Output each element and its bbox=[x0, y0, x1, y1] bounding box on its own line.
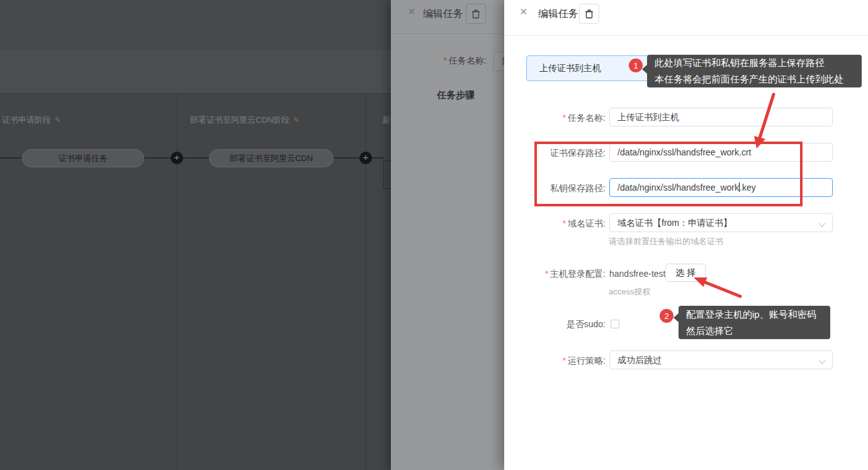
annotation-badge-1: 1 bbox=[629, 59, 643, 72]
drawer-title: 编辑任务 bbox=[423, 8, 463, 21]
close-icon[interactable]: × bbox=[520, 5, 527, 18]
tooltip-arrow bbox=[674, 313, 679, 322]
chevron-down-icon bbox=[818, 357, 825, 364]
trash-icon bbox=[585, 9, 594, 19]
domain-cert-label: *域名证书: bbox=[504, 218, 606, 230]
stage-title-text: 新阶段 bbox=[382, 115, 391, 125]
stage-title-3: 新阶段 bbox=[382, 115, 391, 126]
plus-icon: + bbox=[174, 152, 180, 162]
edit-icon[interactable]: ✎ bbox=[55, 116, 61, 125]
edit-icon[interactable]: ✎ bbox=[293, 116, 300, 125]
page-toolbar bbox=[0, 50, 391, 94]
sudo-checkbox[interactable] bbox=[611, 320, 619, 328]
add-task-button[interactable]: + bbox=[359, 152, 372, 164]
run-policy-select[interactable]: 成功后跳过 bbox=[609, 350, 833, 369]
host-login-value: handsfree-test bbox=[609, 269, 666, 279]
annotation-tooltip-1: 此处填写证书和私钥在服务器上保存路径 本任务将会把前面任务产生的证书上传到此处 bbox=[647, 55, 862, 87]
sudo-label: 是否sudo: bbox=[504, 319, 606, 330]
required-mark: * bbox=[545, 269, 548, 279]
add-task-button[interactable]: + bbox=[171, 152, 183, 164]
task-name-label: *任务名称: bbox=[391, 55, 487, 67]
domain-cert-select[interactable]: 域名证书【from：申请证书】 bbox=[609, 213, 833, 232]
page-header bbox=[0, 0, 391, 50]
divider bbox=[504, 35, 868, 36]
cert-path-label: 证书保存路径: bbox=[504, 148, 606, 159]
stage-title-1: 证书申请阶段✎ bbox=[2, 115, 61, 126]
cert-path-input[interactable]: /data/nginx/ssl/handsfree_work.crt bbox=[609, 143, 833, 162]
host-login-label: *主机登录配置: bbox=[504, 269, 606, 280]
run-policy-label: *运行策略: bbox=[504, 355, 606, 367]
task-pill-cert-request[interactable]: 证书申请任务 bbox=[22, 149, 144, 167]
task-pill-label: 部署证书至阿里云CDN bbox=[230, 153, 313, 164]
required-mark: * bbox=[563, 355, 566, 366]
plus-icon: + bbox=[363, 152, 369, 162]
pipeline-canvas: 证书申请阶段✎ 部署证书至阿里云CDN阶段✎ 新阶段 证书申请任务 + 部署证书… bbox=[0, 94, 391, 470]
trash-icon bbox=[471, 9, 480, 19]
task-name-input[interactable]: 上传证书到主机 bbox=[609, 108, 833, 126]
task-pill-deploy-cdn[interactable]: 部署证书至阿里云CDN bbox=[209, 149, 334, 167]
required-mark: * bbox=[444, 55, 447, 65]
domain-cert-helper: 请选择前置任务输出的域名证书 bbox=[609, 236, 723, 247]
task-name-label: *任务名称: bbox=[504, 113, 606, 124]
drawer-title: 编辑任务 bbox=[538, 8, 578, 21]
annotation-tooltip-2: 配置登录主机的ip、账号和密码 然后选择它 bbox=[679, 306, 830, 339]
chevron-down-icon bbox=[818, 220, 825, 227]
key-path-input[interactable]: /data/nginx/ssl/handsfree_work.key bbox=[609, 178, 833, 197]
task-pill-label: 证书申请任务 bbox=[59, 153, 108, 164]
choose-host-button[interactable]: 选 择 bbox=[665, 264, 706, 282]
stage-title-text: 部署证书至阿里云CDN阶段 bbox=[190, 115, 290, 125]
screenshot-root: 证书申请阶段✎ 部署证书至阿里云CDN阶段✎ 新阶段 证书申请任务 + 部署证书… bbox=[0, 0, 868, 470]
required-mark: * bbox=[563, 218, 566, 228]
stage-title-text: 证书申请阶段 bbox=[2, 115, 51, 125]
edit-task-drawer: × 编辑任务 上传证书到主机 *任务名称: 上传证书到主机 证书保存路径: /d… bbox=[504, 0, 868, 470]
stage-divider bbox=[177, 94, 178, 470]
annotation-badge-2: 2 bbox=[660, 309, 674, 323]
tooltip-arrow bbox=[642, 65, 647, 74]
key-path-label: 私钥保存路径: bbox=[504, 183, 606, 194]
delete-task-button[interactable] bbox=[579, 4, 599, 24]
host-login-helper: access授权 bbox=[609, 286, 650, 298]
stage-divider bbox=[366, 94, 366, 470]
task-steps-heading: 任务步骤 bbox=[437, 89, 475, 101]
new-task-placeholder[interactable] bbox=[383, 160, 391, 189]
stage-title-2: 部署证书至阿里云CDN阶段✎ bbox=[190, 115, 300, 126]
close-icon[interactable]: × bbox=[408, 5, 415, 18]
delete-task-button[interactable] bbox=[466, 4, 486, 24]
required-mark: * bbox=[563, 113, 566, 123]
